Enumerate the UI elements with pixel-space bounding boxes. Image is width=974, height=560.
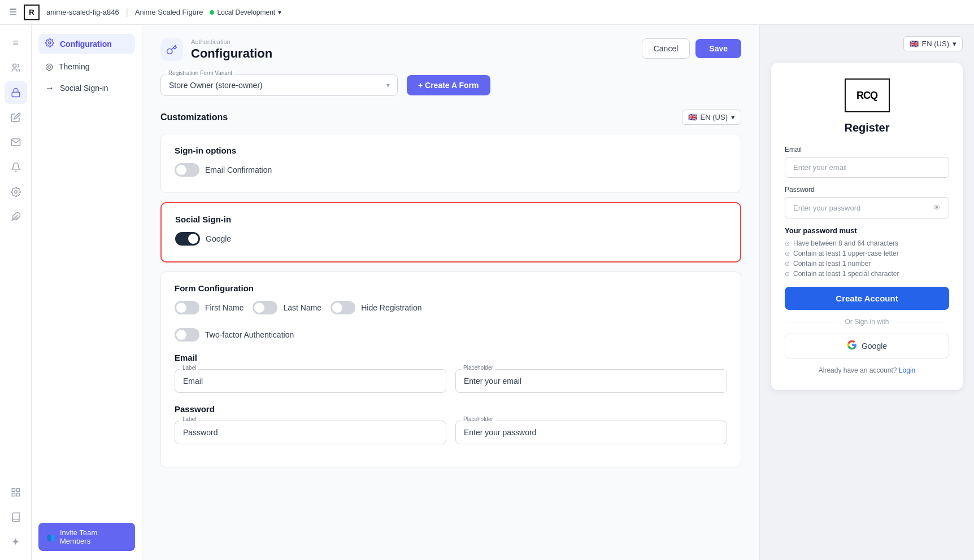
sign-in-options-card: Sign-in options Email Confirmation — [160, 134, 741, 193]
sidebar-icon-users[interactable] — [5, 56, 27, 79]
preview-rule-3-text: Contain at least 1 number — [793, 260, 871, 268]
or-divider: Or Sign in with — [785, 318, 949, 326]
preview-email-input[interactable]: Enter your email — [785, 157, 949, 178]
customizations-section-header: Customizations 🇬🇧 EN (US) ▾ — [160, 110, 741, 125]
sidebar-icon-grid[interactable] — [5, 481, 27, 504]
save-button[interactable]: Save — [695, 39, 741, 58]
nav-item-theming[interactable]: ◎ Theming — [38, 56, 135, 76]
email-field-section: Email Label Placeholder — [175, 353, 727, 393]
preview-rule-1-text: Have between 8 and 64 characters — [793, 239, 898, 247]
google-sign-in-button[interactable]: Google — [785, 334, 949, 358]
preview-lang-button[interactable]: 🇬🇧 EN (US) ▾ — [903, 36, 963, 51]
invite-icon: 👥 — [46, 533, 55, 541]
nav-item-social-sign-in-label: Social Sign-in — [60, 84, 108, 93]
main-content: Authentication Configuration Cancel Save… — [142, 25, 974, 560]
email-label-input[interactable] — [175, 369, 446, 393]
google-toggle[interactable] — [175, 232, 200, 246]
form-variant-row: Registration Form Variant Store Owner (s… — [160, 75, 741, 96]
password-label-input[interactable] — [175, 421, 446, 444]
svg-rect-7 — [16, 493, 19, 496]
preview-password-label: Password — [785, 186, 949, 194]
google-toggle-row: Google — [175, 232, 727, 246]
preview-rule-4-text: Contain at least 1 special character — [793, 270, 899, 278]
sidebar-icon-lock[interactable] — [5, 81, 27, 104]
topbar-logo: R — [24, 5, 40, 20]
sidebar: ≡ ✦ — [0, 25, 32, 560]
last-name-toggle[interactable] — [253, 301, 277, 314]
sign-in-options-title: Sign-in options — [175, 146, 727, 155]
hide-registration-toggle[interactable] — [331, 301, 355, 314]
login-link[interactable]: Login — [899, 366, 915, 374]
email-label-field-label: Label — [180, 365, 198, 371]
page-actions: Cancel Save — [642, 38, 741, 59]
sidebar-icon-menu[interactable]: ≡ — [5, 32, 27, 54]
nav-panel: Configuration ◎ Theming → Social Sign-in… — [32, 25, 142, 560]
rule-icon-2: ⊙ — [785, 250, 790, 257]
sidebar-icon-book[interactable] — [5, 506, 27, 528]
email-placeholder-input[interactable] — [455, 369, 727, 393]
two-factor-label: Two-factor Authentication — [205, 330, 294, 339]
preview-email-placeholder: Enter your email — [793, 163, 847, 172]
form-variant-select[interactable]: Store Owner (store-owner) Customer (cust… — [160, 75, 398, 96]
create-account-button[interactable]: Create Account — [785, 287, 949, 310]
svg-point-2 — [14, 191, 17, 194]
invite-team-members-button[interactable]: 👥 Invite Team Members — [38, 523, 135, 551]
preview-lang-label: EN (US) — [922, 40, 949, 48]
svg-rect-6 — [16, 488, 19, 491]
google-icon — [847, 340, 857, 352]
preview-rule-1: ⊙ Have between 8 and 64 characters — [785, 239, 949, 247]
preview-password-rules-title: Your password must — [785, 226, 949, 235]
page-header: Authentication Configuration Cancel Save — [160, 38, 741, 61]
topbar: ☰ R anime-scaled-fig-a846 | Anime Scaled… — [0, 0, 974, 25]
hide-registration-toggle-row: Hide Registration — [331, 301, 421, 314]
page-breadcrumb: Authentication — [191, 38, 272, 45]
email-placeholder-field-label: Placeholder — [461, 365, 495, 371]
sidebar-icon-email[interactable] — [5, 131, 27, 154]
page-header-left: Authentication Configuration — [160, 38, 272, 61]
social-sign-in-title: Social Sign-in — [175, 215, 727, 224]
sidebar-icon-settings[interactable] — [5, 181, 27, 203]
email-label-group: Label — [175, 369, 446, 393]
nav-item-configuration[interactable]: Configuration — [38, 34, 135, 54]
nav-item-theming-label: Theming — [59, 62, 89, 71]
sidebar-icon-pencil[interactable] — [5, 106, 27, 129]
form-variant-select-wrapper: Registration Form Variant Store Owner (s… — [160, 75, 398, 96]
preview-rule-2: ⊙ Contain at least 1 upper-case letter — [785, 250, 949, 257]
email-confirmation-toggle[interactable] — [175, 163, 199, 177]
preview-lang-chevron: ▾ — [953, 40, 956, 48]
env-status-dot — [210, 10, 214, 15]
password-placeholder-group: Placeholder — [455, 421, 727, 444]
customizations-title: Customizations — [160, 112, 228, 123]
sidebar-icon-puzzle[interactable] — [5, 205, 27, 228]
password-field-row: Label Placeholder — [175, 421, 727, 444]
or-line-right — [895, 322, 949, 322]
rule-icon-1: ⊙ — [785, 240, 790, 247]
preview-already-account: Already have an account? Login — [785, 366, 949, 374]
eye-icon[interactable]: 👁 — [933, 203, 941, 212]
svg-rect-8 — [12, 493, 15, 496]
already-account-text: Already have an account? — [819, 366, 897, 374]
topbar-menu-icon[interactable]: ☰ — [9, 7, 17, 18]
nav-item-social-sign-in[interactable]: → Social Sign-in — [38, 78, 135, 98]
preview-password-input[interactable]: Enter your password 👁 — [785, 197, 949, 218]
create-form-button[interactable]: + Create A Form — [407, 75, 490, 95]
form-config-toggles: First Name Last Name Hide Registration — [175, 301, 727, 319]
last-name-label: Last Name — [283, 303, 321, 312]
sidebar-icon-star[interactable]: ✦ — [5, 531, 27, 553]
configuration-icon — [45, 38, 54, 50]
password-placeholder-field-label: Placeholder — [461, 416, 495, 422]
svg-point-9 — [49, 42, 51, 44]
password-section-label: Password — [175, 404, 727, 414]
topbar-env-chevron: ▾ — [278, 8, 281, 16]
customizations-lang-selector[interactable]: 🇬🇧 EN (US) ▾ — [682, 110, 741, 125]
form-configuration-card: Form Configuration First Name Last Name … — [160, 272, 741, 467]
cancel-button[interactable]: Cancel — [642, 38, 690, 59]
first-name-toggle[interactable] — [175, 301, 199, 314]
password-placeholder-input[interactable] — [455, 421, 727, 444]
preview-register-title: Register — [785, 121, 949, 134]
topbar-env[interactable]: Local Development ▾ — [210, 8, 281, 16]
preview-card: RCQ Register Email Enter your email Pass… — [771, 63, 963, 390]
sidebar-icon-bell[interactable] — [5, 156, 27, 178]
google-button-label: Google — [862, 342, 887, 351]
two-factor-toggle[interactable] — [175, 328, 199, 342]
